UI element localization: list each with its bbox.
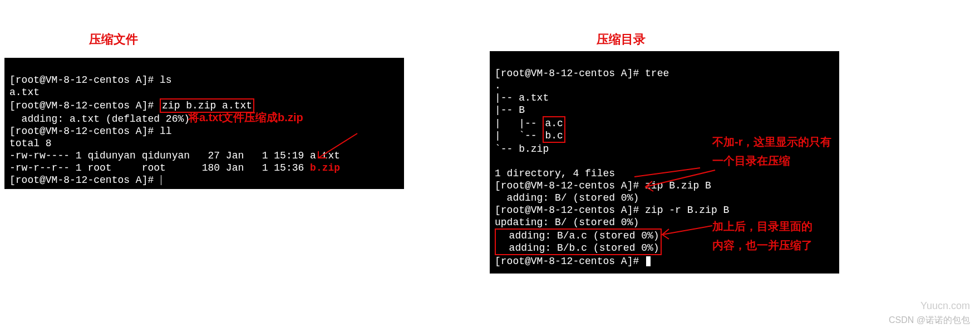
left-annotation: 将a.txt文件压缩成b.zip [188,110,303,125]
line: [root@VM-8-12-centos A]# tree [495,68,669,79]
line: [root@VM-8-12-centos A]# ls [9,74,172,86]
right-annot2-line1: 加上后，目录里面的 [712,219,812,233]
boxed-bc: b.c [543,130,565,143]
cursor-icon [646,256,651,266]
line: [root@VM-8-12-centos A]# zip b.zip a.txt [9,100,254,111]
watermark-author: CSDN @诺诺的包包 [889,315,970,326]
line: -rw-rw---- 1 qidunyan qidunyan 27 Jan 1 … [9,150,340,161]
line: | `-- b.c [495,130,565,141]
cursor-icon [161,175,161,185]
line: |-- B [495,105,525,116]
line: [root@VM-8-12-centos A]# zip B.zip B [495,180,711,191]
right-annot1-line2: 一个目录在压缩 [712,153,790,168]
line: [root@VM-8-12-centos A]# [495,256,651,267]
right-title: 压缩目录 [597,31,646,48]
boxed-add-bc: adding: B/b.c (stored 0%) [495,242,662,255]
line: 1 directory, 4 files [495,168,615,179]
line: adding: a.txt (deflated 26%) [9,113,190,125]
line: -rw-r--r-- 1 root root 180 Jan 1 15:36 b… [9,162,340,173]
line: | |-- a.c [495,118,565,129]
line: `-- b.zip [495,143,549,155]
line: [root@VM-8-12-centos A]# [9,175,161,186]
left-title: 压缩文件 [89,31,138,48]
line: |-- a.txt [495,92,549,103]
line: updating: B/ (stored 0%) [495,217,639,228]
right-annot2-line2: 内容，也一并压缩了 [712,238,812,252]
boxed-ac: a.c [543,116,565,130]
bzip-file: b.zip [310,162,340,173]
line: . [495,80,501,91]
line: a.txt [9,87,40,98]
line: adding: B/ (stored 0%) [495,192,639,203]
line: [root@VM-8-12-centos A]# zip -r B.zip B [495,205,729,216]
watermark-site: Yuucn.com [920,300,970,312]
right-annot1-line1: 不加-r，这里显示的只有 [712,135,831,149]
line [495,156,501,167]
line: [root@VM-8-12-centos A]# ll [9,126,172,137]
line: total 8 [9,138,52,149]
boxed-add-ac: adding: B/a.c (stored 0%) [495,228,662,242]
